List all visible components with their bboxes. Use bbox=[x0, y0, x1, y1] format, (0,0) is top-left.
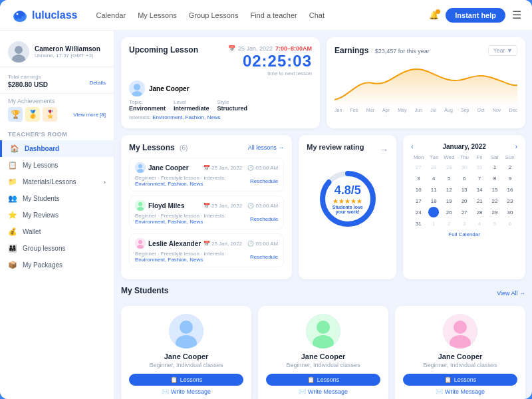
cal-day-23[interactable]: 23 bbox=[505, 196, 515, 206]
cal-day-5[interactable]: 5 bbox=[489, 218, 500, 229]
cal-day-31[interactable]: 31 bbox=[474, 162, 485, 172]
cal-day-6[interactable]: 6 bbox=[505, 218, 515, 229]
cal-day-30[interactable]: 30 bbox=[459, 162, 469, 172]
view-all-link[interactable]: View All → bbox=[497, 290, 525, 297]
main-layout: Cameron Williamson Ukraine, 17:37 (GMT +… bbox=[0, 31, 532, 399]
student-2-lessons-btn[interactable]: 📋 Lessons bbox=[266, 374, 380, 386]
sidebar-item-packages[interactable]: 📦 My Packages bbox=[0, 257, 114, 273]
menu-icon[interactable]: ☰ bbox=[512, 9, 521, 21]
cal-day-1[interactable]: 1 bbox=[489, 162, 500, 172]
rating-stars: ★★★★★ bbox=[332, 198, 363, 205]
nav-my-lessons[interactable]: My Lessons bbox=[138, 11, 177, 19]
cal-day-28[interactable]: 28 bbox=[428, 162, 439, 172]
reschedule-1-link[interactable]: Reschedule bbox=[250, 178, 278, 184]
cal-day-8[interactable]: 8 bbox=[489, 173, 500, 184]
group-icon: 👨‍👩‍👧 bbox=[8, 244, 17, 253]
cal-day-19[interactable]: 19 bbox=[444, 196, 454, 206]
cal-day-12[interactable]: 12 bbox=[444, 184, 454, 195]
cal-day-5[interactable]: 5 bbox=[444, 173, 454, 184]
nav-find-teacher[interactable]: Find a teacher bbox=[250, 11, 297, 19]
calendar-next-arrow[interactable]: › bbox=[515, 143, 517, 150]
student-1-lessons-btn[interactable]: 📋 Lessons bbox=[129, 374, 243, 386]
cal-day-24[interactable]: 24 bbox=[413, 207, 424, 217]
rating-arrow[interactable]: → bbox=[379, 144, 388, 155]
student-2-avatar bbox=[306, 314, 340, 348]
calendar-prev-arrow[interactable]: ‹ bbox=[411, 143, 413, 150]
upcoming-lesson-title: Upcoming Lesson bbox=[129, 45, 198, 55]
cal-day-17[interactable]: 17 bbox=[413, 196, 424, 206]
cal-day-16[interactable]: 16 bbox=[505, 184, 515, 195]
cal-day-7[interactable]: 7 bbox=[474, 173, 485, 184]
earnings-header: Earnings $23,457 for this year Year ▼ bbox=[334, 45, 517, 56]
instant-help-button[interactable]: Instant help bbox=[446, 8, 505, 23]
reschedule-2-link[interactable]: Reschedule bbox=[250, 216, 278, 222]
achievements-title: My Achievements bbox=[8, 98, 106, 104]
all-lessons-link[interactable]: All lessons → bbox=[248, 144, 285, 151]
cal-day-15[interactable]: 15 bbox=[489, 184, 500, 195]
year-selector[interactable]: Year ▼ bbox=[488, 45, 517, 56]
lesson-item-3: Leslie Alexander 📅 25 Jan, 2022 🕐 03:00 … bbox=[129, 233, 284, 267]
lesson-card-header: Upcoming Lesson 📅 25 Jan, 2022 7:00–8:00… bbox=[129, 45, 312, 76]
cal-day-3[interactable]: 3 bbox=[413, 173, 424, 184]
cal-day-22[interactable]: 22 bbox=[489, 196, 500, 206]
sidebar-section-title: Teacher's Room bbox=[0, 126, 114, 140]
student-2-write-msg-btn[interactable]: ✉️ Write Message bbox=[299, 388, 348, 395]
nav-group-lessons[interactable]: Group Lessons bbox=[189, 11, 239, 19]
my-lessons-card: My Lessons (6) All lessons → J bbox=[121, 135, 292, 279]
students-icon: 👥 bbox=[8, 194, 17, 203]
home-icon: 🏠 bbox=[10, 144, 19, 153]
svg-point-24 bbox=[180, 321, 193, 334]
view-more-link[interactable]: View more [8] bbox=[73, 112, 106, 118]
sidebar-item-materials[interactable]: 📁 Materials/Lessons › bbox=[0, 174, 114, 190]
sidebar-item-wallet[interactable]: 💰 Wallet bbox=[0, 223, 114, 240]
reschedule-3-link[interactable]: Reschedule bbox=[250, 254, 278, 260]
notification-icon[interactable]: 🔔 bbox=[429, 11, 439, 20]
cal-day-25[interactable]: 25 bbox=[428, 207, 439, 217]
student-3-write-msg-btn[interactable]: ✉️ Write Message bbox=[436, 388, 485, 395]
sidebar-item-students[interactable]: 👥 My Students bbox=[0, 190, 114, 207]
student-3-lessons-btn[interactable]: 📋 Lessons bbox=[403, 374, 517, 386]
earnings-details-link[interactable]: Details bbox=[90, 80, 106, 86]
cal-day-26[interactable]: 26 bbox=[444, 207, 454, 217]
cal-day-11[interactable]: 11 bbox=[428, 184, 439, 195]
sidebar-item-group-lessons[interactable]: 👨‍👩‍👧 Group lessons bbox=[0, 240, 114, 257]
cal-day-27[interactable]: 27 bbox=[459, 207, 469, 217]
student-1-write-msg-btn[interactable]: ✉️ Write Message bbox=[162, 388, 211, 395]
nav-chat[interactable]: Chat bbox=[309, 11, 325, 19]
sidebar-item-reviews[interactable]: ⭐ My Reviews bbox=[0, 207, 114, 223]
cal-day-29[interactable]: 29 bbox=[489, 207, 500, 217]
full-calendar-link[interactable]: Full Calendar bbox=[411, 231, 517, 237]
cal-day-10[interactable]: 10 bbox=[413, 184, 424, 195]
sidebar-item-my-lessons[interactable]: 📋 My Lessons bbox=[0, 157, 114, 174]
cal-day-9[interactable]: 9 bbox=[505, 173, 515, 184]
sidebar-item-dashboard[interactable]: 🏠 Dashboard bbox=[0, 140, 114, 157]
cal-day-13[interactable]: 13 bbox=[459, 184, 469, 195]
cal-day-30[interactable]: 30 bbox=[505, 207, 515, 217]
lessons-count: (6) bbox=[180, 144, 188, 152]
cal-day-31[interactable]: 31 bbox=[413, 218, 424, 229]
cal-day-27[interactable]: 27 bbox=[413, 162, 424, 172]
app-container: luluclass Calendar My Lessons Group Less… bbox=[0, 0, 532, 399]
header-actions: 🔔 Instant help ☰ bbox=[429, 8, 521, 23]
cal-day-29[interactable]: 29 bbox=[444, 162, 454, 172]
cal-day-3[interactable]: 3 bbox=[459, 218, 469, 229]
badge-yellow: 🥇 bbox=[25, 107, 40, 122]
earnings-amount: $23,457 for this year bbox=[375, 48, 430, 55]
lessons-header: My Lessons (6) All lessons → bbox=[129, 143, 284, 152]
cal-day-4[interactable]: 4 bbox=[428, 173, 439, 184]
cal-day-1[interactable]: 1 bbox=[428, 218, 439, 229]
cal-day-20[interactable]: 20 bbox=[459, 196, 469, 206]
lesson-topic: Topic: Environment bbox=[129, 99, 166, 112]
cal-day-2[interactable]: 2 bbox=[444, 218, 454, 229]
nav-calendar[interactable]: Calendar bbox=[96, 11, 126, 19]
cal-day-14[interactable]: 14 bbox=[474, 184, 485, 195]
cal-day-28[interactable]: 28 bbox=[474, 207, 485, 217]
cal-day-2[interactable]: 2 bbox=[505, 162, 515, 172]
cal-day-6[interactable]: 6 bbox=[459, 173, 469, 184]
lesson-student-avatar bbox=[129, 80, 145, 96]
cal-day-4[interactable]: 4 bbox=[474, 218, 485, 229]
donut-chart: 4.8/5 ★★★★★ Students loveyour work! bbox=[315, 166, 381, 232]
cal-day-21[interactable]: 21 bbox=[474, 196, 485, 206]
logo[interactable]: luluclass bbox=[11, 8, 77, 23]
cal-day-18[interactable]: 18 bbox=[428, 196, 439, 206]
